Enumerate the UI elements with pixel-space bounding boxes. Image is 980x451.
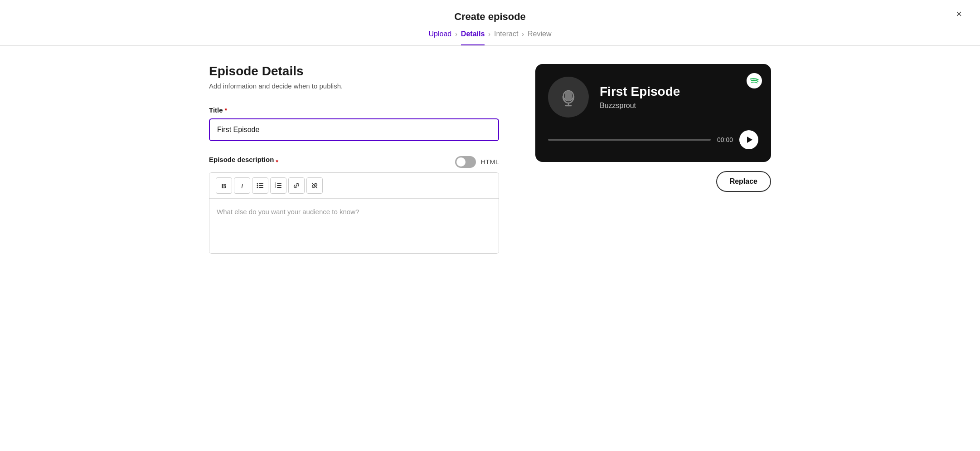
play-button[interactable] [739, 130, 758, 149]
svg-rect-3 [259, 185, 263, 186]
title-field-group: Title * [209, 106, 499, 141]
page-title: Create episode [0, 11, 980, 23]
main-content: Episode Details Add information and deci… [173, 46, 807, 286]
svg-rect-9 [277, 185, 281, 186]
svg-rect-11 [277, 187, 281, 188]
description-textarea[interactable]: What else do you want your audience to k… [209, 199, 499, 253]
chevron-icon-2: › [488, 30, 490, 38]
breadcrumb: Upload › Details › Interact › Review [0, 30, 980, 45]
spotify-logo-icon [747, 73, 762, 88]
link-button[interactable] [288, 177, 305, 194]
description-editor: B I 1 2 [209, 172, 499, 254]
svg-text:3: 3 [275, 186, 276, 188]
description-label-group: Episode description * [209, 156, 278, 168]
editor-toolbar: B I 1 2 [209, 173, 499, 199]
svg-point-0 [257, 183, 258, 185]
description-header: Episode description * HTML [209, 156, 499, 168]
description-required-star: * [276, 158, 278, 166]
svg-rect-1 [259, 183, 263, 184]
description-field-group: Episode description * HTML B I [209, 156, 499, 254]
ordered-list-button[interactable]: 1 2 3 [270, 177, 286, 194]
section-title: Episode Details [209, 64, 499, 78]
bullet-list-button[interactable] [252, 177, 268, 194]
description-label: Episode description [209, 156, 274, 163]
svg-rect-7 [277, 183, 281, 184]
svg-point-2 [257, 185, 258, 186]
replace-button[interactable]: Replace [716, 171, 771, 192]
card-content: First Episode Buzzsprout [548, 77, 758, 118]
card-episode-title: First Episode [600, 84, 758, 99]
microphone-icon [557, 86, 580, 108]
play-icon [745, 136, 753, 144]
chevron-icon-1: › [455, 30, 457, 38]
link-icon [293, 182, 300, 189]
podcast-artwork [548, 77, 589, 118]
svg-rect-5 [259, 187, 263, 188]
spotify-preview-card: First Episode Buzzsprout 00:00 [535, 64, 771, 162]
title-required-star: * [225, 106, 228, 114]
card-show-name: Buzzsprout [600, 102, 758, 110]
preview-panel: First Episode Buzzsprout 00:00 Replace [535, 64, 771, 192]
chevron-icon-3: › [522, 30, 524, 38]
breadcrumb-interact[interactable]: Interact [494, 30, 518, 38]
ordered-list-icon: 1 2 3 [275, 182, 282, 189]
html-toggle-group: HTML [455, 156, 499, 168]
replace-button-container: Replace [535, 171, 771, 192]
card-text: First Episode Buzzsprout [600, 84, 758, 110]
bold-button[interactable]: B [216, 177, 232, 194]
breadcrumb-review[interactable]: Review [528, 30, 551, 38]
section-subtitle: Add information and decide when to publi… [209, 82, 499, 90]
form-panel: Episode Details Add information and deci… [209, 64, 499, 268]
page-header: Create episode Upload › Details › Intera… [0, 0, 980, 46]
html-toggle[interactable] [455, 156, 476, 168]
breadcrumb-details[interactable]: Details [461, 30, 485, 45]
unlink-icon [311, 182, 318, 189]
title-input[interactable] [209, 118, 499, 141]
svg-point-4 [257, 187, 258, 188]
title-label: Title * [209, 106, 499, 114]
svg-marker-17 [747, 137, 752, 143]
time-display: 00:00 [717, 136, 733, 143]
description-placeholder: What else do you want your audience to k… [217, 208, 359, 216]
card-player: 00:00 [548, 130, 758, 149]
italic-button[interactable]: I [234, 177, 250, 194]
bullet-list-icon [257, 182, 264, 189]
close-button[interactable]: × [956, 9, 962, 19]
html-label: HTML [480, 158, 499, 166]
breadcrumb-upload[interactable]: Upload [428, 30, 451, 38]
progress-bar[interactable] [548, 139, 711, 141]
unlink-button[interactable] [306, 177, 323, 194]
svg-point-13 [747, 73, 762, 88]
